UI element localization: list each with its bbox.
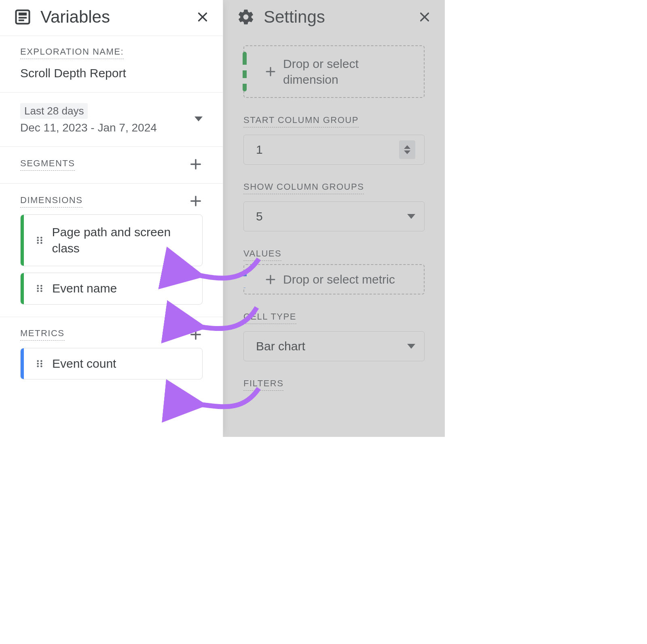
svg-point-13 — [40, 288, 42, 290]
date-range-picker[interactable]: Last 28 days Dec 11, 2023 - Jan 7, 2024 — [0, 93, 223, 147]
show-column-groups-value: 5 — [256, 210, 402, 223]
svg-point-9 — [40, 242, 42, 244]
svg-point-7 — [40, 239, 42, 241]
settings-header: Settings — [223, 0, 445, 36]
metrics-label: METRICS — [20, 328, 65, 341]
dimensions-section: DIMENSIONS Page path and screen class Ev — [0, 184, 223, 317]
start-column-group-input[interactable]: 1 — [243, 135, 425, 165]
dimension-drop-text: Drop or select dimension — [283, 56, 414, 87]
start-column-group-label: START COLUMN GROUP — [243, 115, 359, 127]
filters-label: FILTERS — [243, 378, 283, 391]
svg-point-21 — [40, 365, 42, 367]
segments-section: SEGMENTS — [0, 147, 223, 184]
dimension-chip[interactable]: Event name — [20, 273, 203, 305]
metrics-section: METRICS Event count — [0, 317, 223, 392]
settings-gear-icon — [237, 8, 255, 26]
exploration-name-value[interactable]: Scroll Depth Report — [20, 66, 203, 80]
svg-point-11 — [40, 285, 42, 287]
plus-icon — [264, 66, 277, 78]
svg-point-20 — [37, 365, 39, 367]
exploration-name-label: EXPLORATION NAME: — [20, 47, 124, 59]
metric-chip[interactable]: Event count — [20, 348, 203, 380]
add-segment-button[interactable] — [189, 157, 203, 171]
date-preset-chip: Last 28 days — [20, 103, 88, 119]
metric-drop-text: Drop or select metric — [283, 271, 395, 287]
variables-icon — [14, 8, 32, 26]
svg-rect-1 — [19, 13, 27, 15]
add-dimension-button[interactable] — [189, 194, 203, 208]
plus-icon — [264, 273, 277, 286]
variables-title: Variables — [40, 7, 195, 27]
metric-chip-label: Event count — [52, 348, 126, 379]
dimensions-label: DIMENSIONS — [20, 195, 82, 208]
chevron-down-icon — [407, 214, 415, 219]
cell-type-value: Bar chart — [256, 339, 402, 353]
drag-handle-icon[interactable] — [34, 358, 45, 369]
svg-point-10 — [37, 285, 39, 287]
svg-point-5 — [40, 237, 42, 239]
cell-type-select[interactable]: Bar chart — [243, 331, 425, 361]
show-column-groups-label: SHOW COLUMN GROUPS — [243, 182, 364, 194]
svg-point-14 — [37, 290, 39, 292]
variables-panel: Variables EXPLORATION NAME: Scroll Depth… — [0, 0, 223, 437]
settings-panel: Settings Drop or select dimension START … — [223, 0, 445, 437]
svg-point-15 — [40, 290, 42, 292]
add-metric-button[interactable] — [189, 328, 203, 341]
close-settings-button[interactable] — [417, 9, 433, 25]
close-variables-button[interactable] — [195, 9, 211, 25]
svg-point-12 — [37, 288, 39, 290]
show-column-groups-select[interactable]: 5 — [243, 201, 425, 231]
svg-point-16 — [37, 360, 39, 362]
start-column-group-value: 1 — [256, 143, 399, 157]
svg-point-18 — [37, 362, 39, 364]
dimension-chip-label: Event name — [52, 273, 127, 304]
exploration-name-section: EXPLORATION NAME: Scroll Depth Report — [0, 36, 223, 93]
segments-label: SEGMENTS — [20, 158, 75, 171]
number-stepper[interactable] — [399, 140, 415, 159]
drag-handle-icon[interactable] — [34, 235, 45, 246]
values-label: VALUES — [243, 248, 281, 261]
drag-handle-icon[interactable] — [34, 283, 45, 294]
svg-point-17 — [40, 360, 42, 362]
cell-type-label: CELL TYPE — [243, 311, 296, 324]
svg-point-19 — [40, 362, 42, 364]
chevron-down-icon — [195, 117, 203, 121]
chevron-down-icon — [407, 344, 415, 349]
dimension-drop-zone[interactable]: Drop or select dimension — [243, 45, 425, 98]
dimension-chip-label: Page path and screen class — [52, 217, 202, 264]
metric-drop-zone[interactable]: Drop or select metric — [243, 264, 425, 294]
date-range-text: Dec 11, 2023 - Jan 7, 2024 — [20, 121, 195, 134]
variables-header: Variables — [0, 0, 223, 36]
dimension-chip[interactable]: Page path and screen class — [20, 214, 203, 266]
svg-point-4 — [37, 237, 39, 239]
settings-title: Settings — [264, 7, 417, 27]
svg-point-8 — [37, 242, 39, 244]
svg-point-6 — [37, 239, 39, 241]
